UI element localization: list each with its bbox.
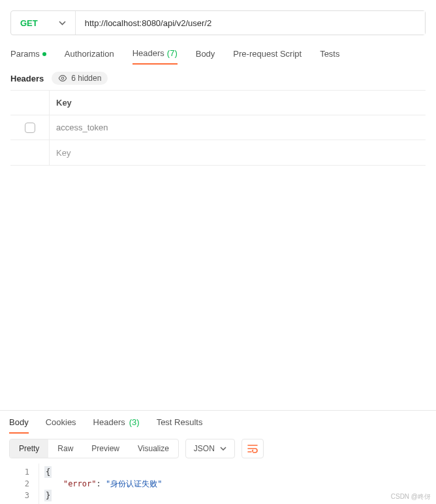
- headers-table-header-row: Key: [10, 91, 426, 115]
- view-mode-pretty[interactable]: Pretty: [10, 439, 48, 458]
- tab-params[interactable]: Params: [10, 49, 46, 64]
- eye-icon: [58, 74, 67, 83]
- response-tab-body[interactable]: Body: [9, 417, 29, 434]
- response-tab-test-results[interactable]: Test Results: [157, 417, 203, 434]
- chevron-down-icon: [59, 21, 66, 25]
- svg-point-0: [62, 77, 65, 80]
- hidden-headers-toggle[interactable]: 6 hidden: [52, 72, 108, 85]
- hidden-label: 6 hidden: [71, 74, 101, 83]
- header-key-value[interactable]: access_token: [50, 123, 426, 132]
- watermark: CSDN @咚伢: [391, 492, 431, 501]
- tab-label: Cookies: [46, 417, 76, 428]
- json-string: "身份认证失败": [106, 479, 162, 488]
- tab-count: (3): [129, 417, 140, 428]
- http-method-select[interactable]: GET: [11, 11, 76, 35]
- tab-tests[interactable]: Tests: [320, 49, 339, 64]
- response-tab-headers[interactable]: Headers (3): [93, 417, 140, 434]
- tab-label: Headers: [93, 417, 125, 428]
- line-gutter: 123: [0, 464, 39, 504]
- json-key: "error": [63, 479, 97, 488]
- tab-headers[interactable]: Headers (7): [132, 48, 178, 65]
- format-value: JSON: [194, 444, 215, 453]
- view-mode-raw[interactable]: Raw: [48, 439, 82, 458]
- tab-label: Params: [10, 49, 40, 59]
- view-mode-segmented: Pretty Raw Preview Visualize: [9, 439, 179, 458]
- headers-table: Key access_token Key: [10, 90, 426, 166]
- active-indicator-dot: [42, 52, 46, 56]
- response-format-select[interactable]: JSON: [185, 439, 235, 458]
- row-checkbox[interactable]: [25, 123, 35, 133]
- response-tab-cookies[interactable]: Cookies: [46, 417, 76, 434]
- tab-body[interactable]: Body: [196, 49, 215, 64]
- column-key: Key: [50, 98, 426, 108]
- wrap-lines-button[interactable]: [241, 439, 264, 458]
- tab-label: Pre-request Script: [233, 49, 302, 59]
- headers-section-bar: Headers 6 hidden: [0, 65, 436, 90]
- response-tabs: Body Cookies Headers (3) Test Results: [0, 410, 436, 434]
- tab-label: Body: [9, 417, 29, 427]
- tab-label: Body: [196, 49, 215, 59]
- url-input[interactable]: [76, 11, 425, 35]
- response-toolbar: Pretty Raw Preview Visualize JSON: [0, 434, 436, 464]
- method-label: GET: [20, 18, 38, 28]
- request-tabs: Params Authorization Headers (7) Body Pr…: [0, 39, 436, 65]
- tab-prerequest[interactable]: Pre-request Script: [233, 49, 302, 64]
- view-mode-preview[interactable]: Preview: [82, 439, 129, 458]
- header-key-placeholder[interactable]: Key: [50, 148, 426, 158]
- request-bar: GET: [10, 10, 426, 35]
- tab-authorization[interactable]: Authorization: [65, 49, 114, 64]
- code-body: { "error": "身份认证失败" }: [39, 464, 167, 504]
- table-row-new[interactable]: Key: [10, 140, 426, 165]
- tab-count: (7): [167, 48, 178, 58]
- headers-title: Headers: [10, 74, 44, 83]
- tab-label: Headers: [132, 48, 164, 58]
- tab-label: Tests: [320, 49, 339, 59]
- wrap-icon: [247, 444, 258, 453]
- view-mode-visualize[interactable]: Visualize: [129, 439, 178, 458]
- tab-label: Test Results: [157, 417, 203, 428]
- response-body-editor[interactable]: 123 { "error": "身份认证失败" }: [0, 464, 436, 504]
- table-row[interactable]: access_token: [10, 115, 426, 140]
- chevron-down-icon: [220, 447, 226, 451]
- tab-label: Authorization: [65, 49, 114, 59]
